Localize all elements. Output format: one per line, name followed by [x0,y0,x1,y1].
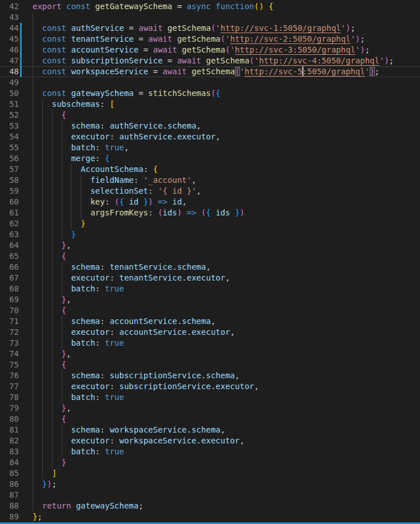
line-number[interactable]: 53 [0,121,19,131]
line-number[interactable]: 52 [0,110,19,121]
code-line-71[interactable]: 71 schema: accountService.schema, [0,316,420,327]
line-number[interactable]: 78 [0,392,19,403]
code-line-58[interactable]: 58 fieldName: '_account', [0,175,420,186]
code-token: executor [191,327,230,337]
code-line-63[interactable]: 63 } [0,229,420,240]
line-number[interactable]: 42 [0,1,19,12]
line-number[interactable]: 55 [0,142,19,153]
line-number[interactable]: 47 [0,55,19,66]
line-number[interactable]: 87 [0,490,19,501]
code-line-53[interactable]: 53 schema: authService.schema, [0,121,420,131]
line-number[interactable]: 56 [0,153,19,164]
line-number[interactable]: 84 [0,457,19,468]
line-number[interactable]: 69 [0,294,19,305]
code-line-69[interactable]: 69 }, [0,294,420,305]
code-line-43[interactable]: 43 [0,12,420,23]
code-line-83[interactable]: 83 batch: true [0,446,420,457]
code-token: ( [225,45,230,54]
line-number[interactable]: 70 [0,305,19,316]
code-line-85[interactable]: 85 ] [0,468,420,479]
line-number[interactable]: 83 [0,446,19,457]
line-number[interactable]: 44 [0,23,19,34]
code-line-57[interactable]: 57 AccountSchema: { [0,164,420,175]
line-number[interactable]: 79 [0,403,19,414]
line-number[interactable]: 77 [0,381,19,392]
line-number[interactable]: 48 [0,66,19,77]
line-number[interactable]: 75 [0,359,19,370]
code-line-73[interactable]: 73 batch: true [0,338,420,349]
line-number[interactable]: 60 [0,197,19,207]
code-line-64[interactable]: 64 }, [0,240,420,251]
code-line-62[interactable]: 62 } [0,218,420,229]
code-line-49[interactable]: 49 [0,77,420,88]
code-line-55[interactable]: 55 batch: true, [0,142,420,153]
line-number[interactable]: 46 [0,45,19,55]
line-number[interactable]: 89 [0,511,19,522]
line-number[interactable]: 64 [0,240,19,251]
code-line-88[interactable]: 88 return gatewaySchema; [0,501,420,511]
code-line-67[interactable]: 67 executor: tenantService.executor, [0,273,420,283]
code-line-75[interactable]: 75 { [0,359,420,370]
code-line-84[interactable]: 84 } [0,457,420,468]
code-line-48[interactable]: 48 const workspaceService = await getSch… [0,66,420,77]
code-line-80[interactable]: 80 { [0,414,420,425]
code-line-59[interactable]: 59 selectionSet: '{ id }', [0,186,420,197]
line-number[interactable]: 50 [0,88,19,99]
line-number[interactable]: 73 [0,338,19,349]
code-line-54[interactable]: 54 executor: authService.executor, [0,131,420,142]
code-line-70[interactable]: 70 { [0,305,420,316]
line-number[interactable]: 82 [0,435,19,446]
code-line-47[interactable]: 47 const subscriptionService = await get… [0,55,420,66]
code-line-81[interactable]: 81 schema: workspaceService.schema, [0,425,420,435]
line-number[interactable]: 51 [0,99,19,110]
line-number[interactable]: 58 [0,175,19,186]
code-line-46[interactable]: 46 const accountService = await getSchem… [0,45,420,55]
line-number[interactable]: 59 [0,186,19,197]
code-line-60[interactable]: 60 key: ({ id }) => id, [0,197,420,207]
line-number[interactable]: 88 [0,501,19,511]
line-number[interactable]: 76 [0,370,19,381]
line-number[interactable]: 63 [0,229,19,240]
code-line-72[interactable]: 72 executor: accountService.executor, [0,327,420,338]
code-line-56[interactable]: 56 merge: { [0,153,420,164]
code-line-87[interactable]: 87 [0,490,420,501]
code-line-82[interactable]: 82 executor: workspaceService.executor, [0,435,420,446]
code-line-51[interactable]: 51 subschemas: [ [0,99,420,110]
code-line-89[interactable]: 89}; [0,511,420,522]
code-line-68[interactable]: 68 batch: true [0,283,420,294]
line-number[interactable]: 62 [0,218,19,229]
code-line-61[interactable]: 61 argsFromKeys: (ids) => ({ ids }) [0,207,420,218]
code-line-42[interactable]: 42export const getGatewaySchema = async … [0,1,420,12]
line-number[interactable]: 54 [0,131,19,142]
code-token: ( [249,56,254,65]
line-number[interactable]: 66 [0,262,19,273]
line-number[interactable]: 71 [0,316,19,327]
line-number[interactable]: 45 [0,34,19,45]
line-number[interactable]: 74 [0,349,19,359]
code-line-52[interactable]: 52 { [0,110,420,121]
line-number[interactable]: 61 [0,207,19,218]
code-line-78[interactable]: 78 batch: true [0,392,420,403]
code-line-79[interactable]: 79 }, [0,403,420,414]
line-number[interactable]: 72 [0,327,19,338]
line-number[interactable]: 68 [0,283,19,294]
code-editor[interactable]: 42export const getGatewaySchema = async … [0,0,420,522]
line-number[interactable]: 81 [0,425,19,435]
code-line-45[interactable]: 45 const tenantService = await getSchema… [0,34,420,45]
code-line-65[interactable]: 65 { [0,251,420,262]
code-line-66[interactable]: 66 schema: tenantService.schema, [0,262,420,273]
line-number[interactable]: 67 [0,273,19,283]
line-number[interactable]: 80 [0,414,19,425]
line-number[interactable]: 57 [0,164,19,175]
line-number[interactable]: 86 [0,479,19,490]
line-number[interactable]: 85 [0,468,19,479]
code-line-74[interactable]: 74 }, [0,349,420,359]
line-number[interactable]: 65 [0,251,19,262]
code-line-44[interactable]: 44 const authService = await getSchema('… [0,23,420,34]
code-line-77[interactable]: 77 executor: subscriptionService.executo… [0,381,420,392]
code-line-86[interactable]: 86 }); [0,479,420,490]
line-number[interactable]: 43 [0,12,19,23]
code-line-76[interactable]: 76 schema: subscriptionService.schema, [0,370,420,381]
line-number[interactable]: 49 [0,77,19,88]
code-line-50[interactable]: 50 const gatewaySchema = stitchSchemas({ [0,88,420,99]
